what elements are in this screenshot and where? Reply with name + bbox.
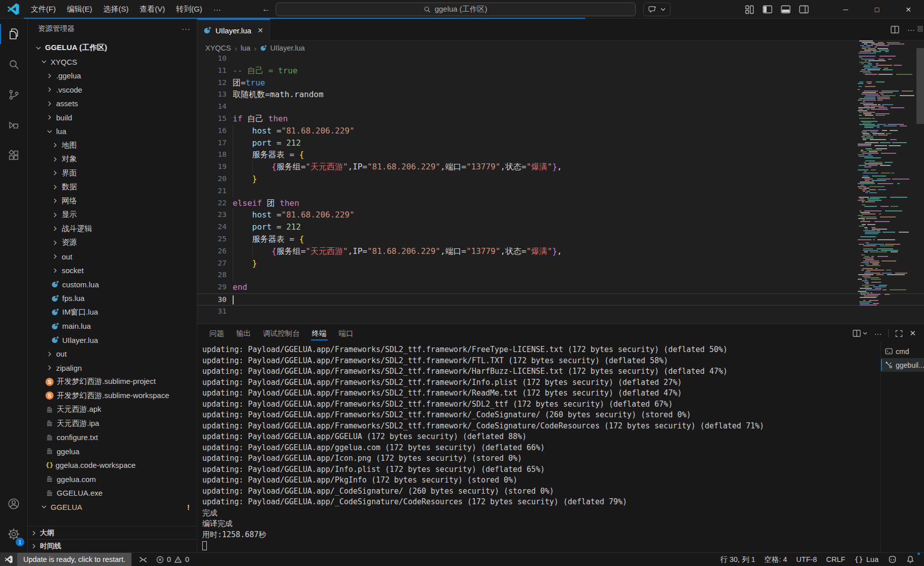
sidebar-section-outline[interactable]: 大纲 (28, 526, 197, 539)
code-line[interactable]: 31 (197, 306, 924, 318)
tree-item[interactable]: 网络 (28, 194, 197, 208)
code-line[interactable]: 10 (197, 56, 924, 65)
tree-item[interactable]: zipalign (28, 361, 197, 375)
code-line[interactable]: 11-- 自己 = true (197, 65, 924, 77)
settings-gear-icon[interactable]: 1 (0, 519, 27, 549)
breadcrumb-item[interactable]: lua (241, 44, 250, 52)
breadcrumb-file[interactable]: UIlayer.lua (260, 44, 305, 52)
tree-item[interactable]: configure.txt (28, 430, 197, 445)
cursor-position-status[interactable]: 行 30, 列 1 (716, 553, 760, 566)
toggle-secondary-sidebar-icon[interactable] (799, 5, 809, 14)
panel-more-actions-icon[interactable]: ··· (874, 329, 882, 338)
terminal-list-item[interactable]: ggebuil...✓ (881, 358, 924, 372)
toggle-primary-sidebar-icon[interactable] (763, 5, 772, 14)
extensions-icon[interactable] (0, 140, 27, 170)
code-line[interactable]: 22elseif 团 then (197, 197, 924, 209)
indentation-status[interactable]: 空格: 4 (760, 553, 791, 566)
tree-item[interactable]: ggelua.com (28, 472, 197, 487)
tree-item[interactable]: S开发梦幻西游.sublime-workspace (28, 389, 197, 403)
panel-tab[interactable]: 端口 (334, 325, 359, 342)
code-line[interactable]: 30 (197, 293, 924, 306)
tree-item[interactable]: socket (28, 264, 197, 278)
tab-uilayer-lua[interactable]: UIlayer.lua ✕ (197, 19, 270, 41)
menu-item[interactable]: 转到(G) (170, 3, 208, 16)
tree-item[interactable]: build (28, 111, 197, 125)
tree-item[interactable]: main.lua (28, 319, 197, 333)
tree-item[interactable]: .vscode (28, 83, 197, 97)
toggle-panel-icon[interactable] (781, 5, 790, 14)
tree-item[interactable]: IM窗口.lua (28, 306, 197, 320)
tree-item[interactable]: GGELUA (工作区) (28, 41, 197, 55)
panel-tab[interactable]: 问题 (204, 325, 229, 342)
panel-tab[interactable]: 输出 (231, 325, 256, 342)
copilot-chat-button[interactable] (643, 3, 671, 16)
panel-tab[interactable]: 调试控制台 (258, 325, 305, 342)
tree-item[interactable]: 天元西游.apk (28, 403, 197, 417)
tree-item[interactable]: GGELUA.exe (28, 486, 197, 500)
tree-item[interactable]: custom.lua (28, 278, 197, 292)
terminal-list-item[interactable]: cmd (881, 344, 924, 358)
code-line[interactable]: 29end (197, 281, 924, 293)
tree-item[interactable]: out (28, 250, 197, 264)
menu-item[interactable]: ··· (208, 3, 227, 16)
command-center-search[interactable]: ggelua (工作区) (276, 3, 636, 16)
tree-item[interactable]: {}ggelua.code-workspace (28, 458, 197, 472)
menu-item[interactable]: 查看(V) (134, 3, 170, 16)
code-line[interactable]: 13取随机数=math.random (197, 89, 924, 101)
search-sidebar-icon[interactable] (0, 49, 27, 79)
tree-item[interactable]: XYQCS (28, 55, 197, 69)
code-line[interactable]: 27 } (197, 257, 924, 270)
explorer-icon[interactable] (0, 19, 27, 49)
tree-item[interactable]: assets (28, 97, 197, 111)
tree-item[interactable]: 界面 (28, 166, 197, 181)
code-line[interactable]: 26 {服务组="天元西游",IP="81.68.206.229",端口="13… (197, 245, 924, 257)
breadcrumb-item[interactable]: XYQCS (205, 44, 231, 52)
maximize-button[interactable]: □ (861, 0, 893, 19)
tree-item[interactable]: 资源 (28, 236, 197, 250)
notifications-bell-icon[interactable] (902, 553, 919, 566)
menu-item[interactable]: 文件(F) (25, 3, 61, 16)
status-vscode-logo-icon[interactable] (0, 553, 17, 566)
language-status[interactable]: {} Lua (850, 553, 883, 566)
minimap[interactable] (858, 39, 914, 306)
tree-item[interactable]: ggelua (28, 445, 197, 459)
code-line[interactable]: 17 port = 212 (197, 137, 924, 149)
eol-status[interactable]: CRLF (821, 553, 850, 566)
editor-more-actions-icon[interactable]: ··· (907, 25, 915, 34)
tree-item[interactable]: 天元西游.ipa (28, 417, 197, 431)
copilot-status-icon[interactable] (883, 553, 902, 566)
customize-layout-icon[interactable] (745, 5, 754, 14)
code-editor[interactable]: 1011-- 自己 = true12团=true13取随机数=math.rand… (197, 56, 924, 324)
code-line[interactable]: 23 host ="81.68.206.229" (197, 209, 924, 221)
maximize-panel-icon[interactable] (895, 330, 903, 337)
remote-indicator-icon[interactable] (135, 553, 152, 566)
code-line[interactable]: 19 {服务组="天元西游",IP="81.68.206.229",端口="13… (197, 161, 924, 173)
close-button[interactable]: ✕ (893, 0, 924, 19)
code-line[interactable]: 24 port = 212 (197, 221, 924, 233)
tree-item[interactable]: S开发梦幻西游.sublime-project (28, 375, 197, 389)
code-line[interactable]: 15if 自己 then (197, 113, 924, 125)
update-ready-status[interactable]: Update is ready, click to restart. (17, 553, 131, 566)
sidebar-more-actions-icon[interactable]: ··· (182, 24, 191, 33)
tree-item[interactable]: UIlayer.lua (28, 333, 197, 347)
tab-close-icon[interactable]: ✕ (257, 26, 263, 34)
code-line[interactable]: 21 (197, 185, 924, 197)
nav-back-icon[interactable]: ← (262, 4, 271, 14)
tree-item[interactable]: lua (28, 124, 197, 139)
code-line[interactable]: 14 (197, 101, 924, 113)
tree-item[interactable]: 对象 (28, 152, 197, 166)
menu-item[interactable]: 选择(S) (98, 3, 134, 16)
editor-scrollbar[interactable] (916, 19, 924, 324)
tree-item[interactable]: 战斗逻辑 (28, 222, 197, 236)
tree-item[interactable]: 显示 (28, 208, 197, 222)
tree-item[interactable]: 数据 (28, 180, 197, 194)
accounts-icon[interactable] (0, 489, 27, 519)
minimize-button[interactable]: ─ (830, 0, 861, 19)
code-line[interactable]: 20 } (197, 173, 924, 185)
source-control-icon[interactable] (0, 79, 27, 110)
panel-tab[interactable]: 终端 (307, 325, 332, 342)
code-line[interactable]: 25 服务器表 = { (197, 233, 924, 245)
encoding-status[interactable]: UTF-8 (791, 553, 821, 566)
tree-item[interactable]: out (28, 347, 197, 361)
terminal-output[interactable]: updating: Payload/GGELUA.app/Frameworks/… (202, 344, 877, 552)
